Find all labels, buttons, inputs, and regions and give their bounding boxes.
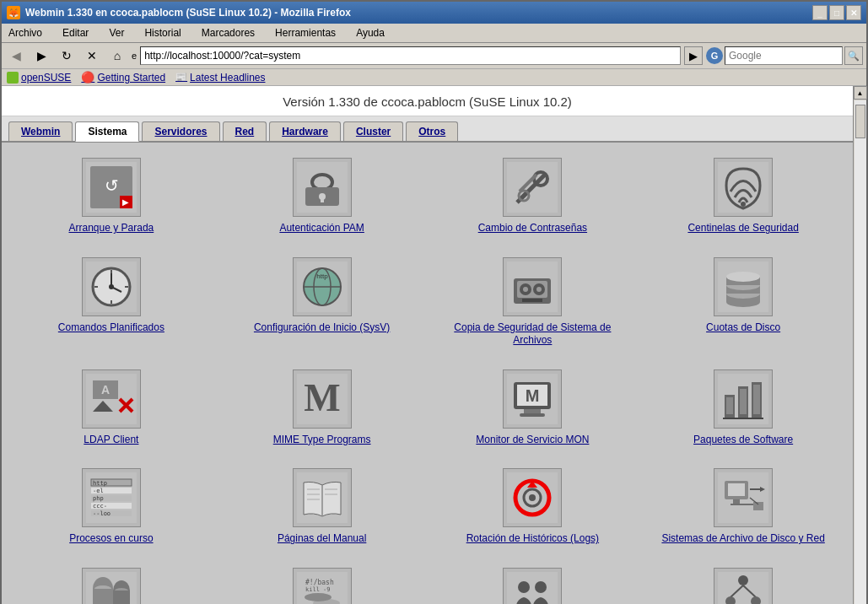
scroll-thumb[interactable] (855, 105, 865, 138)
browser-window: 🦊 Webmin 1.330 en ccoca.pablocm (SuSE Li… (0, 0, 868, 604)
svg-rect-40 (522, 299, 542, 302)
tab-servidores[interactable]: Servidores (142, 121, 219, 141)
icon-syslogs[interactable]: System Logs NG (10, 561, 213, 604)
svg-rect-120 (507, 572, 558, 604)
manual-label: Páginas del Manual (278, 532, 366, 546)
procesos-icon-img: http -el php ccc- --loo (82, 468, 141, 527)
svg-point-93 (529, 494, 536, 501)
toolbar: ◀ ▶ ↻ ✕ ⌂ e ▶ G 🔍 (2, 43, 866, 69)
tab-webmin[interactable]: Webmin (8, 121, 73, 141)
passwords-icon-img (503, 158, 562, 217)
icon-ldap[interactable]: A LDAP Client (10, 363, 213, 454)
search-button[interactable]: 🔍 (844, 46, 863, 65)
ldap-svg: A (86, 374, 137, 424)
menu-herramientas[interactable]: Herramientas (272, 25, 339, 40)
bookmark-getting-started-label: Getting Started (97, 72, 165, 84)
sysv-icon-img: http (293, 257, 352, 316)
tab-hardware[interactable]: Hardware (269, 121, 341, 141)
menu-historial[interactable]: Historial (141, 25, 184, 40)
back-button[interactable]: ◀ (5, 46, 27, 66)
mime-label: MIME Type Programs (273, 434, 371, 447)
backup-label: Copia de Seguridad de Sistema de Archivo… (435, 321, 631, 348)
arranque-label: Arranque y Parada (69, 222, 154, 235)
icon-centinelas[interactable]: Centinelas de Seguridad (642, 151, 844, 242)
sysv-svg: http (297, 262, 348, 312)
icon-manual[interactable]: Páginas del Manual (221, 461, 423, 553)
cuotas-label: Cuotas de Disco (706, 321, 780, 335)
icon-backup[interactable]: Copia de Seguridad de Sistema de Archivo… (432, 251, 634, 354)
icon-ldap-users[interactable]: Usuarios y Grupos LDAP (642, 561, 844, 604)
address-bar: e ▶ (132, 46, 703, 65)
ldap-users-icon-img (714, 568, 773, 604)
icon-paquetes[interactable]: Paquetes de Software (642, 363, 844, 454)
menu-ayuda[interactable]: Ayuda (353, 25, 388, 40)
forward-button[interactable]: ▶ (30, 46, 52, 66)
disknet-icon-img (714, 468, 773, 527)
logs-svg (507, 472, 558, 523)
bookmark-opensuse[interactable]: openSUSE (7, 72, 71, 84)
tab-sistema[interactable]: Sistema (75, 121, 139, 142)
tab-cluster[interactable]: Cluster (343, 121, 403, 141)
logs-icon-img (503, 468, 562, 527)
menu-editar[interactable]: Editar (59, 25, 92, 40)
maximize-button[interactable]: □ (829, 5, 844, 20)
scroll-up-button[interactable]: ▲ (854, 86, 867, 100)
menu-ver[interactable]: Ver (105, 25, 127, 40)
ldap-users-svg (718, 572, 768, 604)
menu-archivo[interactable]: Archivo (5, 25, 46, 40)
tab-otros[interactable]: Otros (406, 121, 458, 141)
svg-text:M: M (526, 386, 540, 405)
icon-disknet[interactable]: Sistemas de Archivo de Disco y Red (642, 461, 844, 553)
svg-rect-68 (726, 397, 733, 414)
svg-text:M: M (304, 376, 340, 419)
icon-logs[interactable]: Rotación de Históricos (Logs) (432, 461, 634, 553)
comandos-icon-img (82, 257, 141, 316)
opensuse-icon (7, 72, 19, 84)
icon-users[interactable]: Usuarios y Grupos (432, 561, 634, 604)
svg-point-39 (536, 287, 542, 292)
arranque-svg: ↺ ▶ (86, 162, 137, 213)
scroll-track[interactable] (855, 100, 866, 604)
icon-sysv[interactable]: http Configuración de Inicio (SysV) (221, 251, 423, 354)
comandos-svg (86, 262, 137, 312)
cron-icon-img: #!/bash kill -9 (293, 568, 352, 604)
stop-button[interactable]: ✕ (81, 46, 103, 66)
centinelas-svg (718, 162, 768, 213)
mime-icon-img: M (293, 369, 352, 429)
manual-svg (297, 472, 348, 523)
paquetes-icon-img (714, 369, 773, 429)
minimize-button[interactable]: _ (812, 5, 828, 20)
svg-text:http: http (316, 272, 328, 280)
icon-mime[interactable]: M MIME Type Programs (221, 363, 423, 454)
icon-comandos[interactable]: Comandos Planificados (10, 251, 213, 354)
icon-cron[interactable]: #!/bash kill -9 Tareas Planificadas (Cro… (221, 561, 423, 604)
tab-red[interactable]: Red (223, 121, 267, 141)
arranque-icon-img: ↺ ▶ (82, 158, 141, 217)
menu-marcadores[interactable]: Marcadores (198, 25, 258, 40)
svg-text:php: php (93, 495, 104, 502)
address-input[interactable] (140, 46, 681, 65)
go-button[interactable]: ▶ (684, 46, 703, 65)
ldap-icon-img: A (82, 369, 141, 429)
svg-point-23 (109, 284, 114, 289)
bookmark-headlines[interactable]: 📰 Latest Headlines (175, 72, 265, 84)
scrollbar: ▲ ▼ (853, 86, 866, 604)
users-icon-img (503, 568, 562, 604)
icon-passwords[interactable]: Cambio de Contraseñas (432, 151, 634, 242)
reload-button[interactable]: ↻ (56, 46, 78, 66)
bookmark-getting-started[interactable]: 🔴 Getting Started (81, 71, 165, 84)
svg-text:-el: -el (93, 488, 104, 494)
icon-procesos[interactable]: http -el php ccc- --loo Procesos en curs… (10, 461, 213, 553)
home-button[interactable]: ⌂ (106, 46, 128, 66)
close-button[interactable]: ✕ (846, 5, 861, 20)
icon-mon[interactable]: M Monitor de Servicio MON (432, 363, 634, 454)
icon-cuotas[interactable]: Cuotas de Disco (642, 251, 844, 354)
svg-point-37 (523, 287, 528, 292)
mime-svg: M (297, 374, 348, 424)
svg-text:http: http (93, 480, 107, 487)
address-label: e (132, 51, 137, 61)
icon-pam[interactable]: Autenticación PAM (221, 151, 423, 242)
svg-rect-70 (753, 385, 760, 414)
icon-arranque[interactable]: ↺ ▶ Arranque y Parada (10, 151, 213, 242)
search-input[interactable] (725, 46, 843, 65)
